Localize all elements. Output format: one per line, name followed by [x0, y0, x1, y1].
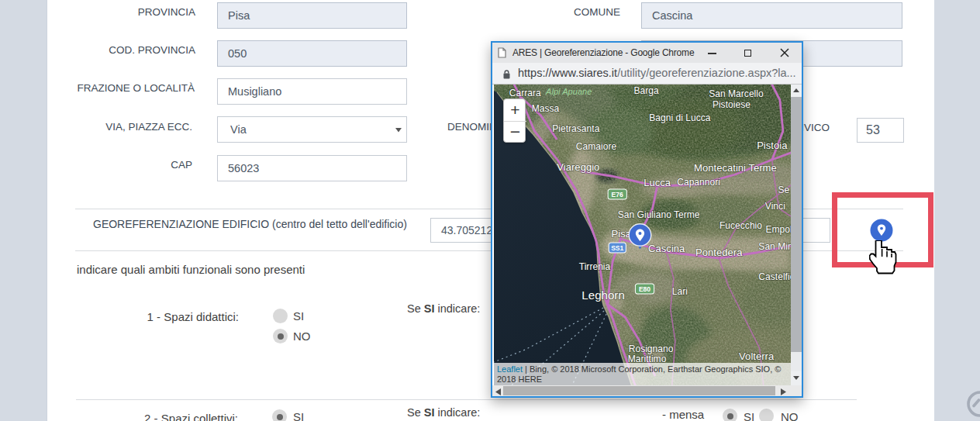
svg-text:E80: E80 [639, 285, 650, 293]
svg-text:Lucca: Lucca [644, 177, 671, 188]
svg-text:Volterra: Volterra [739, 350, 775, 362]
svg-text:Pistoia: Pistoia [757, 140, 788, 151]
svg-text:Lari: Lari [672, 286, 688, 297]
svg-text:Pietrasanta: Pietrasanta [552, 123, 599, 134]
svg-text:E76: E76 [612, 191, 623, 198]
svg-text:Vinci: Vinci [765, 201, 785, 212]
svg-text:San Marcello: San Marcello [709, 88, 764, 99]
svg-text:Rosignano: Rosignano [629, 343, 674, 354]
svg-text:Leghorn: Leghorn [581, 288, 624, 302]
svg-text:Se: Se [778, 185, 790, 195]
svg-text:Pistoiese: Pistoiese [713, 99, 751, 110]
svg-text:Massa: Massa [532, 103, 560, 114]
svg-text:Viareggio: Viareggio [557, 161, 599, 173]
svg-text:Tirrenia: Tirrenia [579, 261, 611, 272]
svg-text:Camaiore: Camaiore [576, 141, 617, 152]
svg-text:Alpi Apuane: Alpi Apuane [545, 87, 592, 96]
svg-text:Bagni di Lucca: Bagni di Lucca [649, 112, 711, 123]
svg-text:Castelfior: Castelfior [758, 271, 791, 282]
svg-text:Empoli: Empoli [765, 224, 791, 235]
svg-text:San Mini: San Mini [758, 241, 791, 252]
svg-text:Cascina: Cascina [648, 243, 685, 254]
svg-text:Barga: Barga [633, 85, 659, 96]
svg-text:San Giuliano Terme: San Giuliano Terme [618, 209, 700, 220]
svg-text:Montecatini Terme: Montecatini Terme [694, 162, 777, 174]
svg-text:Carrara: Carrara [509, 88, 541, 98]
svg-text:SS1: SS1 [611, 244, 623, 252]
svg-text:Pontedera: Pontedera [695, 247, 743, 258]
svg-text:Capannori: Capannori [677, 177, 720, 188]
svg-text:Fucecchio: Fucecchio [719, 220, 762, 231]
